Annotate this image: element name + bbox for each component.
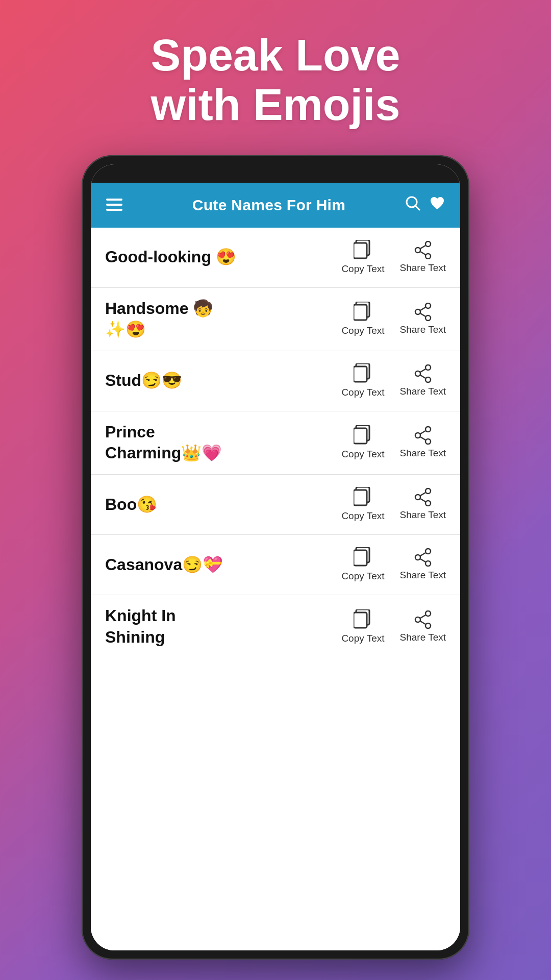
svg-point-8 [425, 254, 431, 259]
item-actions: Copy Text Share Text [341, 240, 446, 275]
item-text: Boo😘 [105, 494, 341, 516]
share-icon [414, 610, 432, 629]
svg-rect-27 [354, 428, 367, 444]
copy-button[interactable]: Copy Text [341, 609, 384, 644]
copy-icon [354, 240, 372, 260]
menu-icon[interactable] [106, 197, 122, 213]
svg-point-30 [415, 433, 420, 438]
names-list: Good-looking 😍 Copy Text [91, 228, 460, 950]
share-icon [414, 488, 432, 506]
copy-button[interactable]: Copy Text [341, 302, 384, 336]
svg-point-16 [415, 309, 420, 314]
svg-line-17 [420, 307, 425, 310]
copy-icon [354, 425, 372, 446]
svg-point-44 [415, 555, 420, 560]
share-label: Share Text [400, 509, 446, 521]
svg-line-24 [420, 369, 425, 372]
svg-point-36 [425, 501, 431, 506]
svg-point-35 [425, 488, 431, 494]
notch-bar [240, 168, 311, 179]
svg-line-25 [420, 375, 425, 378]
headline: Speak Love with Emojis [110, 0, 441, 155]
copy-label: Copy Text [341, 263, 384, 275]
share-button[interactable]: Share Text [400, 426, 446, 459]
share-icon [414, 548, 432, 567]
app-header: Cute Names For Him [91, 183, 460, 228]
phone-frame: Cute Names For Him Good-look [82, 155, 469, 960]
svg-point-15 [425, 315, 431, 321]
copy-icon [354, 302, 372, 322]
copy-icon [354, 609, 372, 630]
share-label: Share Text [400, 570, 446, 581]
share-button[interactable]: Share Text [400, 241, 446, 274]
svg-point-49 [425, 611, 431, 616]
svg-point-50 [425, 623, 431, 628]
copy-label: Copy Text [341, 510, 384, 522]
svg-point-43 [425, 561, 431, 566]
copy-label: Copy Text [341, 387, 384, 398]
item-actions: Copy Text Share Text [341, 425, 446, 460]
svg-line-52 [420, 615, 425, 618]
item-text: PrinceCharming👑💗 [105, 422, 341, 464]
svg-rect-6 [354, 243, 367, 258]
svg-line-45 [420, 553, 425, 556]
header-actions [405, 195, 445, 214]
list-item: Good-looking 😍 Copy Text [91, 228, 460, 288]
share-button[interactable]: Share Text [400, 303, 446, 335]
copy-button[interactable]: Copy Text [341, 363, 384, 398]
share-button[interactable]: Share Text [400, 364, 446, 397]
svg-point-9 [415, 248, 420, 253]
share-label: Share Text [400, 324, 446, 335]
svg-line-32 [420, 437, 425, 440]
item-actions: Copy Text Share Text [341, 487, 446, 522]
list-item: Boo😘 Copy Text [91, 475, 460, 535]
svg-line-10 [420, 246, 425, 249]
svg-point-21 [425, 365, 431, 370]
list-item: Knight InShining Copy Text [91, 595, 460, 658]
copy-label: Copy Text [341, 571, 384, 582]
svg-rect-13 [354, 305, 367, 320]
share-button[interactable]: Share Text [400, 610, 446, 643]
svg-line-4 [415, 206, 419, 210]
list-item: Handsome 🧒✨😍 Copy Text [91, 288, 460, 351]
share-label: Share Text [400, 386, 446, 397]
search-icon[interactable] [405, 195, 420, 214]
copy-button[interactable]: Copy Text [341, 487, 384, 522]
copy-icon [354, 363, 372, 384]
share-label: Share Text [400, 632, 446, 643]
share-button[interactable]: Share Text [400, 548, 446, 581]
list-item: Stud😏😎 Copy Text [91, 351, 460, 411]
copy-button[interactable]: Copy Text [341, 240, 384, 275]
item-text: Stud😏😎 [105, 370, 341, 391]
copy-button[interactable]: Copy Text [341, 547, 384, 582]
svg-point-42 [425, 549, 431, 554]
phone-notch [91, 164, 460, 183]
svg-point-7 [425, 241, 431, 247]
copy-label: Copy Text [341, 449, 384, 460]
share-label: Share Text [400, 448, 446, 459]
share-icon [414, 364, 432, 383]
svg-rect-41 [354, 550, 367, 566]
copy-button[interactable]: Copy Text [341, 425, 384, 460]
share-button[interactable]: Share Text [400, 488, 446, 521]
item-text: Good-looking 😍 [105, 247, 341, 268]
item-actions: Copy Text Share Text [341, 609, 446, 644]
share-icon [414, 241, 432, 259]
share-icon [414, 426, 432, 445]
svg-point-51 [415, 617, 420, 622]
header-title: Cute Names For Him [133, 197, 405, 214]
share-label: Share Text [400, 262, 446, 274]
svg-rect-20 [354, 366, 367, 382]
svg-rect-2 [106, 209, 122, 211]
svg-rect-1 [106, 204, 122, 206]
item-text: Knight InShining [105, 605, 341, 648]
copy-label: Copy Text [341, 633, 384, 644]
favorite-icon[interactable] [430, 196, 445, 214]
svg-line-53 [420, 621, 425, 624]
svg-rect-34 [354, 490, 367, 505]
svg-rect-0 [106, 199, 122, 201]
item-text: Casanova😏💝 [105, 554, 341, 576]
svg-line-46 [420, 559, 425, 562]
svg-point-28 [425, 427, 431, 432]
svg-line-18 [420, 313, 425, 316]
